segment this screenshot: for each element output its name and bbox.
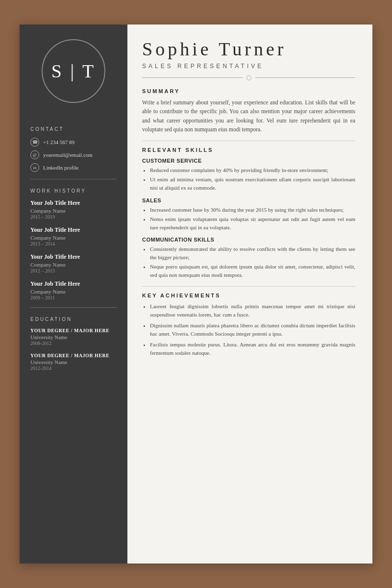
work-company-2: Company Name — [30, 262, 117, 268]
phone-icon: ☎ — [30, 138, 39, 147]
edu-university-1: University Name — [30, 359, 117, 365]
skill-bullet-2-0: Consistently demonstrated the ability to… — [150, 245, 355, 262]
skill-bullet-1-0: Increased customer base by 30% during th… — [150, 206, 355, 214]
work-history-section-title: WORK HISTORY — [30, 188, 117, 194]
work-dates-0: 2015 – 2019 — [30, 214, 117, 220]
skills-divider — [142, 286, 355, 287]
contact-divider — [30, 179, 117, 179]
skills-title: RELEVANT SKILLS — [142, 147, 355, 153]
sidebar-content: CONTACT ☎ +1 234 567 89 @ youremail@emai… — [20, 113, 127, 564]
contact-email: youremail@email.com — [43, 152, 93, 158]
summary-text: Write a brief summary about yourself, yo… — [142, 98, 355, 134]
skill-bullet-0-0: Reduced customer complaints by 40% by pr… — [150, 166, 355, 174]
monogram-text: S | T — [51, 60, 96, 82]
linkedin-icon: in — [30, 163, 39, 172]
sidebar: S | T CONTACT ☎ +1 234 567 89 @ youremai… — [20, 24, 127, 564]
contact-phone-item: ☎ +1 234 567 89 — [30, 138, 117, 147]
work-item-1: Your Job Title Here Company Name 2013 – … — [30, 226, 117, 246]
candidate-name: Sophie Turner — [142, 39, 355, 60]
contact-phone: +1 234 567 89 — [43, 139, 74, 145]
work-item-0: Your Job Title Here Company Name 2015 – … — [30, 199, 117, 220]
education-section-title: EDUCATION — [30, 317, 117, 322]
resume-document: S | T CONTACT ☎ +1 234 567 89 @ youremai… — [20, 24, 372, 564]
work-title-1: Your Job Title Here — [30, 226, 117, 234]
work-title-2: Your Job Title Here — [30, 253, 117, 261]
divider-line-left — [142, 77, 243, 78]
summary-divider — [142, 141, 355, 141]
skill-category-communication: COMMUNICATION SKILLS Consistently demons… — [142, 237, 355, 279]
edu-item-0: YOUR DEGREE / MAJOR HERE University Name… — [30, 328, 117, 346]
monogram-circle: S | T — [42, 39, 105, 103]
work-company-3: Company Name — [30, 289, 117, 294]
achievements-title: KEY ACHIEVEMENTS — [142, 293, 355, 298]
work-title-3: Your Job Title Here — [30, 280, 117, 288]
skill-category-title-2: COMMUNICATION SKILLS — [142, 237, 355, 243]
main-content: Sophie Turner Sales Representative SUMMA… — [127, 24, 372, 564]
work-title-0: Your Job Title Here — [30, 199, 117, 207]
achievement-list: Laoreet feugiat dignissim lobortis nulla… — [142, 302, 355, 357]
achievement-1: Dignissim nullam mauris platea pharetra … — [150, 321, 355, 338]
sidebar-header: S | T — [20, 24, 127, 113]
skill-bullet-1-1: Nemo enim ipsam voluptatem quia voluptas… — [150, 215, 355, 232]
resume-header: Sophie Turner Sales Representative — [142, 39, 355, 70]
candidate-title: Sales Representative — [142, 63, 355, 70]
skill-list-0: Reduced customer complaints by 40% by pr… — [142, 166, 355, 192]
skill-category-title-1: SALES — [142, 197, 355, 203]
contact-linkedin: LinkedIn profile — [43, 165, 78, 171]
work-dates-2: 2012 – 2013 — [30, 268, 117, 273]
contact-email-item: @ youremail@email.com — [30, 150, 117, 159]
edu-dates-1: 2012-2014 — [30, 366, 117, 371]
divider-line-right — [255, 77, 356, 78]
achievement-2: Facilisis tempus molestie purus. Litora.… — [150, 341, 355, 357]
header-divider — [142, 75, 355, 80]
work-item-3: Your Job Title Here Company Name 2009 – … — [30, 280, 117, 300]
work-dates-1: 2013 – 2014 — [30, 241, 117, 246]
achievement-0: Laoreet feugiat dignissim lobortis nulla… — [150, 302, 355, 319]
skill-category-sales: SALES Increased customer base by 30% dur… — [142, 197, 355, 232]
work-divider — [30, 307, 117, 308]
work-dates-3: 2009 – 2011 — [30, 295, 117, 300]
contact-linkedin-item: in LinkedIn profile — [30, 163, 117, 172]
work-company-1: Company Name — [30, 235, 117, 241]
edu-university-0: University Name — [30, 334, 117, 340]
edu-degree-1: YOUR DEGREE / MAJOR HERE — [30, 353, 117, 358]
divider-circle — [246, 75, 251, 80]
summary-title: SUMMARY — [142, 88, 355, 94]
skill-list-1: Increased customer base by 30% during th… — [142, 206, 355, 232]
edu-item-1: YOUR DEGREE / MAJOR HERE University Name… — [30, 353, 117, 371]
skill-bullet-2-1: Neque porro quisquam est, qui dolorem ip… — [150, 263, 355, 279]
skill-category-customer-service: CUSTOMER SERVICE Reduced customer compla… — [142, 158, 355, 192]
work-item-2: Your Job Title Here Company Name 2012 – … — [30, 253, 117, 273]
contact-section-title: CONTACT — [30, 126, 117, 132]
edu-degree-0: YOUR DEGREE / MAJOR HERE — [30, 328, 117, 333]
skill-category-title-0: CUSTOMER SERVICE — [142, 158, 355, 164]
skill-list-2: Consistently demonstrated the ability to… — [142, 245, 355, 279]
skill-bullet-0-1: Ut enim ad minima veniam, quis nostrum e… — [150, 175, 355, 192]
edu-dates-0: 2008-2012 — [30, 341, 117, 346]
work-company-0: Company Name — [30, 208, 117, 214]
email-icon: @ — [30, 150, 39, 159]
